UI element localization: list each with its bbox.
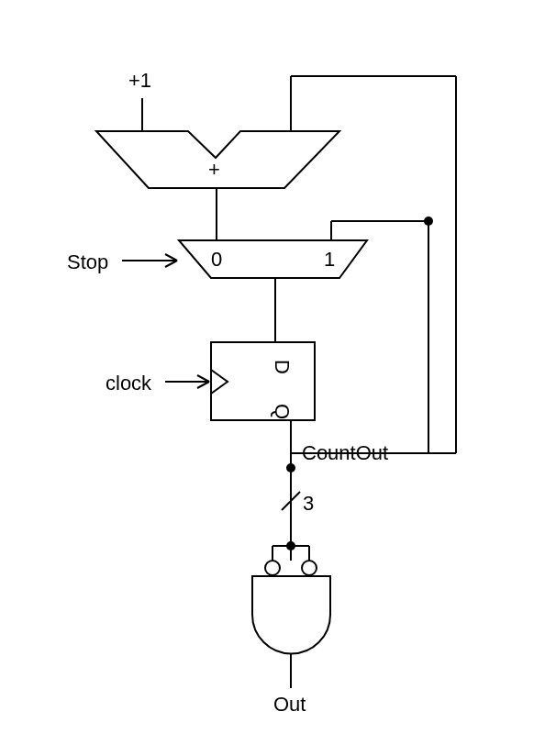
clock-label: clock bbox=[106, 372, 152, 395]
inverter-bubble-right bbox=[302, 561, 317, 575]
adder-symbol: + bbox=[208, 158, 220, 181]
reg-q-label: Q bbox=[271, 404, 294, 419]
junction-countout bbox=[286, 463, 295, 472]
inverter-bubble-left bbox=[265, 561, 280, 575]
mux-block bbox=[179, 240, 367, 278]
plus-one-label: +1 bbox=[128, 69, 151, 92]
mux-label-0: 0 bbox=[211, 248, 222, 271]
junction-feedback bbox=[424, 217, 433, 226]
and-gate bbox=[252, 576, 330, 654]
reg-d-label: D bbox=[271, 360, 294, 374]
out-label: Out bbox=[273, 693, 306, 716]
countout-label: CountOut bbox=[302, 441, 388, 464]
bus-width-label: 3 bbox=[303, 492, 314, 515]
stop-label: Stop bbox=[67, 250, 108, 273]
arrow-stop bbox=[163, 254, 177, 267]
counter-circuit-diagram: +1 + 0 1 Stop D Q clock CountOut bbox=[0, 0, 556, 756]
mux-label-1: 1 bbox=[324, 248, 335, 271]
arrow-clock bbox=[197, 375, 209, 388]
clock-triangle-icon bbox=[211, 370, 228, 394]
